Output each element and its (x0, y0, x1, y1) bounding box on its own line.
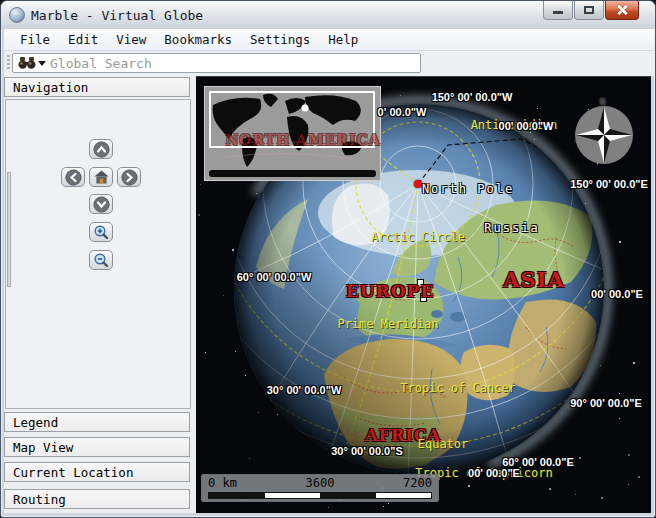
close-icon (616, 4, 628, 16)
maximize-button[interactable] (574, 1, 604, 20)
map-label: 150° 00' 00.0"E (570, 178, 648, 190)
zoom-out-button[interactable] (89, 250, 113, 270)
search-dropdown-arrow[interactable] (38, 61, 46, 66)
map-label: 00' 00.0"E (591, 288, 643, 300)
menu-item-file[interactable]: File (11, 30, 59, 49)
arrow-up-icon (93, 141, 110, 158)
zoom-out-icon (93, 252, 110, 269)
map-label: 150° 00' 00.0"W (432, 91, 513, 103)
map-label: 90° 00' 00.0"E (570, 397, 642, 409)
map-label: Russia (484, 221, 539, 235)
map-label: 00' 00.0"W (499, 120, 554, 132)
scale-track (208, 492, 432, 499)
panel-header-navigation[interactable]: Navigation (4, 77, 190, 97)
navigation-panel (5, 99, 191, 409)
minimize-button[interactable] (543, 1, 573, 20)
map-label: North Pole (422, 182, 514, 196)
map-label: 60° 00' 00.0"W (237, 271, 312, 283)
menu-item-help[interactable]: Help (319, 30, 367, 49)
pan-left-button[interactable] (61, 167, 85, 187)
home-icon (93, 169, 110, 186)
zoom-slider[interactable] (7, 172, 11, 287)
map-label: Prime Meridian (337, 317, 438, 331)
panel-header-current-location[interactable]: Current Location (4, 462, 190, 482)
map-label: Equator (418, 437, 469, 451)
minimize-icon (553, 11, 563, 14)
map-label: Tropic of Cancer (400, 381, 516, 395)
title-bar[interactable]: Marble - Virtual Globe (1, 1, 655, 29)
pan-right-button[interactable] (117, 167, 141, 187)
window-title: Marble - Virtual Globe (31, 8, 203, 23)
search-input[interactable] (50, 55, 420, 71)
arrow-right-icon (121, 169, 138, 186)
pan-down-button[interactable] (89, 194, 113, 214)
search-toolbar (4, 51, 654, 76)
north-pole-marker (414, 180, 422, 188)
app-window: Marble - Virtual Globe FileEditViewBookm… (0, 0, 656, 518)
menu-item-edit[interactable]: Edit (59, 30, 107, 49)
scale-start: 0 km (208, 476, 237, 490)
scale-bar: 0 km 3600 7200 (201, 474, 439, 502)
scale-mid: 3600 (306, 476, 335, 490)
zoom-in-button[interactable] (89, 222, 113, 242)
menu-item-settings[interactable]: Settings (241, 30, 319, 49)
compass-north-label: N (600, 97, 605, 107)
pan-up-button[interactable] (89, 139, 113, 159)
scale-end: 7200 (403, 476, 432, 490)
map-label: EUROPE (346, 281, 434, 301)
global-search-box (12, 53, 421, 73)
toolbar-drag-handle[interactable] (7, 55, 10, 71)
map-label: 30° 00' 00.0"W (267, 384, 342, 396)
maximize-icon (584, 6, 594, 14)
arrow-down-icon (93, 196, 110, 213)
zoom-in-icon (93, 224, 110, 241)
close-button[interactable] (605, 1, 639, 20)
menu-item-view[interactable]: View (107, 30, 155, 49)
sidebar: Navigation (4, 76, 196, 513)
panel-header-routing[interactable]: Routing (4, 489, 190, 509)
compass-rose[interactable] (572, 103, 636, 167)
map-label: NORTH AMERICA (225, 132, 380, 148)
home-button[interactable] (89, 167, 113, 187)
menu-bar: FileEditViewBookmarksSettingsHelp (4, 29, 654, 51)
map-label: ASIA (503, 267, 565, 292)
globe-view[interactable]: N NORTH AMERICA150° 00' 00.0"W0' 00.0"WA… (196, 76, 651, 513)
map-label: Arctic Circle (371, 230, 465, 244)
panel-header-legend[interactable]: Legend (4, 412, 190, 432)
map-label: 0' 00.0"W (378, 106, 427, 118)
binoculars-search-icon[interactable] (18, 56, 36, 70)
arrow-left-icon (65, 169, 82, 186)
menu-item-bookmarks[interactable]: Bookmarks (155, 30, 241, 49)
map-label: 30° 00' 00.0"S (331, 445, 403, 457)
map-label: 00' 00.0"E (468, 467, 520, 479)
panel-header-map-view[interactable]: Map View (4, 437, 190, 457)
marble-globe-icon (9, 7, 25, 23)
